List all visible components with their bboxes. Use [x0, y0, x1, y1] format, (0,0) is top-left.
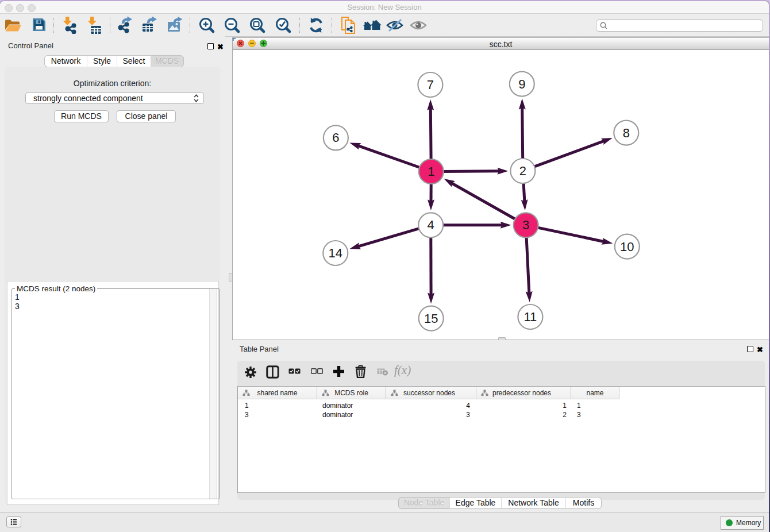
svg-text:14: 14: [329, 246, 342, 260]
svg-text:11: 11: [523, 310, 537, 324]
svg-text:6: 6: [332, 130, 339, 145]
svg-text:8: 8: [623, 126, 630, 140]
svg-text:9: 9: [518, 77, 525, 91]
svg-text:7: 7: [427, 78, 434, 92]
svg-text:1: 1: [428, 164, 434, 179]
svg-text:3: 3: [522, 218, 529, 232]
svg-text:2: 2: [519, 164, 526, 178]
svg-text:10: 10: [620, 240, 634, 254]
svg-text:4: 4: [428, 218, 434, 232]
svg-text:15: 15: [424, 311, 438, 326]
